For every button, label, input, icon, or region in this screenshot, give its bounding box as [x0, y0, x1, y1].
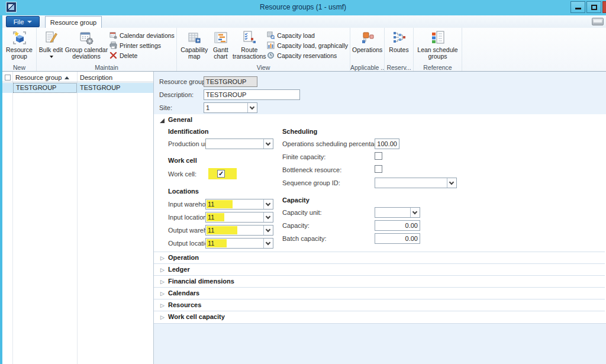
gantt-chart-icon: [213, 30, 228, 46]
sequence-group-dropdown[interactable]: [375, 178, 457, 188]
window-icon[interactable]: [592, 18, 604, 25]
cell-resource-group[interactable]: TESTGROUP: [13, 83, 77, 93]
bulk-edit-button[interactable]: Bulk edit: [38, 29, 63, 60]
output-warehouse-value: 11: [208, 227, 214, 234]
titlebar: Resource groups (1 - usmf): [0, 0, 606, 15]
gantt-chart-button[interactable]: Gantt chart: [209, 29, 231, 60]
dropdown-button[interactable]: [263, 226, 273, 235]
resource-group-icon: [12, 30, 27, 46]
minimize-button[interactable]: [570, 1, 585, 13]
button-label: Capacity load, graphically: [277, 42, 348, 49]
finite-capacity-checkbox[interactable]: [375, 152, 382, 160]
capability-map-button[interactable]: Capability map: [179, 29, 209, 60]
button-label: Delete: [120, 52, 137, 59]
button-label: Capacity load: [277, 32, 315, 39]
group-label-maintain: Maintain: [37, 64, 176, 71]
group-calendar-deviations-button[interactable]: Group calendar deviations: [63, 29, 109, 60]
input-location-value: 11: [208, 214, 214, 221]
output-location-value: 11: [208, 240, 214, 247]
chevron-down-icon: [266, 201, 270, 206]
operations-icon: [360, 30, 375, 46]
dropdown-button[interactable]: [263, 199, 273, 209]
maximize-button[interactable]: [586, 1, 601, 13]
tab-resource-group[interactable]: Resource group: [45, 16, 102, 28]
finite-capacity-label: Finite capacity:: [282, 153, 325, 160]
dropdown-button[interactable]: [447, 178, 456, 188]
section-calendars[interactable]: ▷ Calendars: [154, 287, 605, 299]
button-label: Calendar deviations: [120, 32, 175, 39]
capacity-field[interactable]: 0.00: [375, 220, 420, 231]
chevron-down-icon: [266, 214, 270, 219]
expand-section-icon: ▷: [160, 255, 165, 261]
input-location-dropdown[interactable]: 11: [205, 212, 273, 223]
delete-button[interactable]: Delete: [109, 51, 175, 60]
capacity-load-graph-icon: [267, 41, 275, 49]
capacity-reservations-icon: [267, 51, 275, 59]
cell-description[interactable]: TESTGROUP: [80, 84, 120, 91]
dropdown-button[interactable]: [263, 212, 273, 222]
ribbon-group-maintain: Bulk edit Group calendar deviations: [37, 28, 177, 71]
production-unit-dropdown[interactable]: [205, 138, 273, 149]
input-location-label: Input location:: [168, 214, 209, 221]
chevron-down-icon: [50, 56, 53, 58]
section-ledger[interactable]: ▷ Ledger: [154, 263, 605, 275]
ribbon-group-view: Capability map Gantt chart: [177, 28, 350, 71]
dropdown-button[interactable]: [263, 139, 273, 149]
section-resources[interactable]: ▷ Resources: [154, 299, 605, 311]
lean-schedule-groups-button[interactable]: Lean schedule groups: [415, 29, 460, 60]
section-label: Operation: [168, 254, 199, 261]
ribbon-group-reference: Lean schedule groups Reference: [414, 28, 462, 71]
bulk-edit-icon: [43, 30, 59, 46]
input-warehouse-value: 11: [208, 201, 214, 208]
capacity-load-button[interactable]: Capacity load: [267, 31, 348, 40]
section-general-title[interactable]: General: [168, 116, 192, 123]
dropdown-button[interactable]: [263, 239, 273, 248]
routes-button[interactable]: Routes: [386, 29, 411, 53]
bottleneck-resource-label: Bottleneck resource:: [282, 166, 341, 173]
printer-settings-button[interactable]: Printer settings: [109, 41, 175, 50]
work-cell-checkbox[interactable]: [217, 170, 225, 178]
select-all-checkbox[interactable]: [5, 75, 11, 80]
bottleneck-resource-checkbox[interactable]: [375, 165, 382, 173]
batch-capacity-field[interactable]: 0.00: [375, 233, 420, 244]
window-frame-left: [0, 0, 2, 364]
capacity-unit-label: Capacity unit:: [282, 209, 322, 216]
capacity-unit-dropdown[interactable]: [375, 207, 420, 218]
description-field-label: Description:: [159, 91, 194, 98]
section-financial-dimensions[interactable]: ▷ Financial dimensions: [154, 275, 605, 287]
collapse-section-icon[interactable]: [160, 118, 165, 123]
dropdown-button[interactable]: [410, 208, 420, 217]
routes-icon: [391, 30, 407, 46]
file-menu-button[interactable]: File: [6, 16, 40, 27]
button-label: Capacity reservations: [277, 52, 337, 59]
section-operation[interactable]: ▷ Operation: [154, 252, 605, 263]
fasttab-area: General Identification Production unit: …: [154, 114, 606, 324]
section-work-cell-capacity[interactable]: ▷ Work cell capacity: [154, 311, 605, 323]
column-header-description[interactable]: Description: [80, 74, 112, 81]
dropdown-button[interactable]: [247, 103, 257, 112]
close-button[interactable]: [602, 1, 606, 13]
output-warehouse-dropdown[interactable]: 11: [205, 225, 273, 236]
site-field-label: Site:: [159, 104, 172, 111]
input-warehouse-dropdown[interactable]: 11: [205, 199, 273, 210]
capacity-load-graphically-button[interactable]: Capacity load, graphically: [267, 41, 348, 50]
route-transactions-button[interactable]: Route transactions: [231, 29, 267, 60]
capacity-reservations-button[interactable]: Capacity reservations: [267, 51, 348, 60]
output-location-dropdown[interactable]: 11: [205, 238, 273, 249]
button-label: Lean schedule groups: [415, 47, 460, 60]
description-field[interactable]: TESTGROUP: [204, 89, 300, 100]
site-dropdown[interactable]: 1: [204, 102, 257, 113]
calendar-deviations-button[interactable]: Calendar deviations: [109, 31, 175, 40]
group-label-applicable: Applicable ...: [350, 64, 384, 71]
content-area: Resource group Description TESTGROUP TES…: [2, 72, 606, 364]
resource-group-button[interactable]: Resource group: [4, 29, 34, 60]
chevron-down-icon: [266, 141, 270, 146]
button-label: Gantt chart: [209, 47, 231, 60]
column-header-resource-group[interactable]: Resource group: [15, 74, 62, 81]
operations-button[interactable]: Operations: [352, 29, 382, 53]
resource-group-field[interactable]: TESTGROUP: [204, 76, 257, 87]
table-row[interactable]: TESTGROUP TESTGROUP: [2, 83, 153, 93]
button-label: Routes: [389, 47, 408, 53]
osp-field[interactable]: 100.00: [375, 138, 399, 149]
view-small-buttons: Capacity load Capacity load, graphically: [267, 29, 348, 60]
